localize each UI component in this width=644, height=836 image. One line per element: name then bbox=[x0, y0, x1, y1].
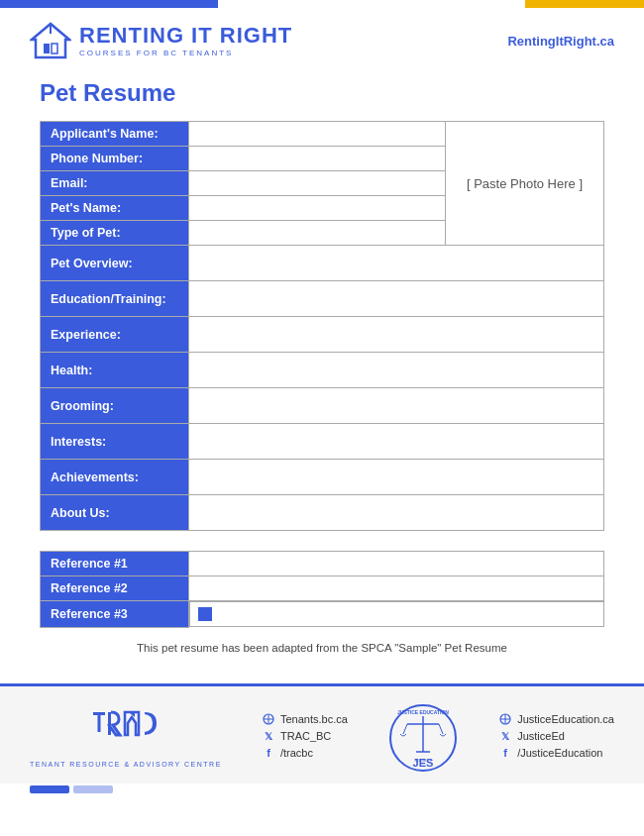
field-value-achievements[interactable] bbox=[189, 460, 604, 495]
footer-twitter-text: TRAC_BC bbox=[280, 730, 331, 742]
footer-je-twitter-text: JusticeEd bbox=[517, 730, 565, 742]
footer-trac-section: TENANT RESOURCE & ADVISORY CENTRE bbox=[30, 707, 222, 768]
field-label-achievements: Achievements: bbox=[41, 460, 189, 495]
jes-logo-container: JES JUSTICE EDUCATION SOCIETY bbox=[387, 702, 459, 774]
footer-bottom-bar bbox=[0, 784, 644, 795]
field-label-phone: Phone Number: bbox=[41, 147, 189, 171]
ref-label-2: Reference #2 bbox=[41, 576, 189, 601]
footer-jes-section: JES JUSTICE EDUCATION SOCIETY bbox=[387, 702, 459, 774]
field-value-health[interactable] bbox=[189, 353, 604, 388]
footer-link-facebook: f /tracbc bbox=[262, 746, 348, 760]
logo-icon bbox=[30, 20, 71, 61]
ref-value-2[interactable] bbox=[189, 576, 604, 601]
bar-blue bbox=[30, 785, 69, 793]
references-table: Reference #1 Reference #2 Reference #3 bbox=[40, 551, 604, 628]
footer-je-facebook-text: /JusticeEducation bbox=[517, 747, 602, 759]
field-value-about[interactable] bbox=[189, 495, 604, 531]
globe-icon-right bbox=[498, 712, 512, 726]
footer-link-twitter: 𝕏 TRAC_BC bbox=[262, 729, 348, 743]
footer-link-je-twitter: 𝕏 JusticeEd bbox=[498, 729, 614, 743]
table-row: Achievements: bbox=[41, 460, 604, 495]
field-label-pet-name: Pet's Name: bbox=[41, 196, 189, 221]
trac-logo-svg bbox=[91, 707, 161, 757]
field-label-grooming: Grooming: bbox=[41, 388, 189, 424]
svg-rect-2 bbox=[52, 44, 57, 53]
field-label-experience: Experience: bbox=[41, 317, 189, 353]
field-value-applicant[interactable] bbox=[189, 122, 446, 147]
footer-links-left: Tenants.bc.ca 𝕏 TRAC_BC f /tracbc bbox=[262, 712, 348, 763]
svg-line-15 bbox=[403, 724, 407, 734]
svg-text:JUSTICE EDUCATION: JUSTICE EDUCATION bbox=[397, 709, 449, 715]
table-row: Experience: bbox=[41, 317, 604, 353]
logo-subtitle: COURSES FOR BC TENANTS bbox=[79, 49, 292, 57]
svg-marker-7 bbox=[125, 712, 139, 735]
table-row: Health: bbox=[41, 353, 604, 388]
bar-light bbox=[73, 785, 113, 793]
footer-je-website-text: JusticeEducation.ca bbox=[517, 713, 614, 725]
svg-rect-6 bbox=[108, 712, 111, 735]
logo-area: RENTING IT RIGHT COURSES FOR BC TENANTS bbox=[30, 20, 292, 61]
photo-placeholder: [ Paste Photo Here ] bbox=[446, 122, 604, 246]
field-value-phone[interactable] bbox=[189, 147, 446, 171]
table-row: Reference #3 bbox=[41, 601, 604, 628]
ref-label-1: Reference #1 bbox=[41, 552, 189, 576]
form-table: Applicant's Name: [ Paste Photo Here ] P… bbox=[40, 121, 604, 531]
header-website-link[interactable]: RentingItRight.ca bbox=[507, 34, 614, 49]
ref3-icon bbox=[198, 607, 212, 621]
svg-rect-1 bbox=[44, 44, 50, 53]
field-value-pet-type[interactable] bbox=[189, 221, 446, 246]
table-row: Education/Training: bbox=[41, 281, 604, 317]
field-label-about: About Us: bbox=[41, 495, 189, 531]
field-value-email[interactable] bbox=[189, 171, 446, 196]
footer-links-right: JusticeEducation.ca 𝕏 JusticeEd f /Justi… bbox=[498, 712, 614, 763]
field-label-email: Email: bbox=[41, 171, 189, 196]
trac-name-label: TENANT RESOURCE & ADVISORY CENTRE bbox=[30, 761, 222, 768]
top-accent-bar bbox=[0, 0, 644, 8]
table-row: Grooming: bbox=[41, 388, 604, 424]
table-row: About Us: bbox=[41, 495, 604, 531]
footer-link-je-website: JusticeEducation.ca bbox=[498, 712, 614, 726]
ref-value-1[interactable] bbox=[189, 552, 604, 576]
field-label-interests: Interests: bbox=[41, 424, 189, 460]
field-value-pet-name[interactable] bbox=[189, 196, 446, 221]
header: RENTING IT RIGHT COURSES FOR BC TENANTS … bbox=[0, 8, 644, 69]
facebook-icon: f bbox=[262, 746, 275, 760]
svg-rect-5 bbox=[97, 712, 100, 732]
footnote: This pet resume has been adapted from th… bbox=[40, 642, 604, 654]
ref-value-3[interactable] bbox=[189, 601, 604, 627]
field-label-education: Education/Training: bbox=[41, 281, 189, 317]
trac-logo bbox=[91, 707, 161, 757]
svg-text:SOCIETY: SOCIETY bbox=[414, 758, 432, 763]
table-row: Applicant's Name: [ Paste Photo Here ] bbox=[41, 122, 604, 147]
field-label-applicant: Applicant's Name: bbox=[41, 122, 189, 147]
twitter-icon: 𝕏 bbox=[262, 729, 275, 743]
table-row: Reference #2 bbox=[41, 576, 604, 601]
jes-logo-svg: JES JUSTICE EDUCATION SOCIETY bbox=[387, 702, 459, 774]
table-row: Reference #1 bbox=[41, 552, 604, 576]
twitter-icon-right: 𝕏 bbox=[498, 729, 512, 743]
facebook-icon-right: f bbox=[498, 746, 512, 760]
footer-website-text: Tenants.bc.ca bbox=[280, 713, 348, 725]
field-value-education[interactable] bbox=[189, 281, 604, 317]
logo-text: RENTING IT RIGHT COURSES FOR BC TENANTS bbox=[79, 24, 292, 56]
svg-line-16 bbox=[439, 724, 443, 734]
globe-icon bbox=[262, 712, 275, 726]
logo-title: RENTING IT RIGHT bbox=[79, 24, 292, 48]
field-value-interests[interactable] bbox=[189, 424, 604, 460]
field-value-grooming[interactable] bbox=[189, 388, 604, 424]
footer: TENANT RESOURCE & ADVISORY CENTRE Tenant… bbox=[0, 683, 644, 784]
field-value-overview[interactable] bbox=[189, 246, 604, 281]
main-content: Pet Resume Applicant's Name: [ Paste Pho… bbox=[0, 69, 644, 683]
footer-link-website: Tenants.bc.ca bbox=[262, 712, 348, 726]
footer-facebook-text: /tracbc bbox=[280, 747, 313, 759]
table-row: Interests: bbox=[41, 424, 604, 460]
footer-link-je-facebook: f /JusticeEducation bbox=[498, 746, 614, 760]
ref-label-3: Reference #3 bbox=[41, 601, 189, 628]
field-label-pet-type: Type of Pet: bbox=[41, 221, 189, 246]
field-label-health: Health: bbox=[41, 353, 189, 388]
field-value-experience[interactable] bbox=[189, 317, 604, 353]
table-row: Pet Overview: bbox=[41, 246, 604, 281]
page-title: Pet Resume bbox=[40, 79, 604, 107]
field-label-overview: Pet Overview: bbox=[41, 246, 189, 281]
